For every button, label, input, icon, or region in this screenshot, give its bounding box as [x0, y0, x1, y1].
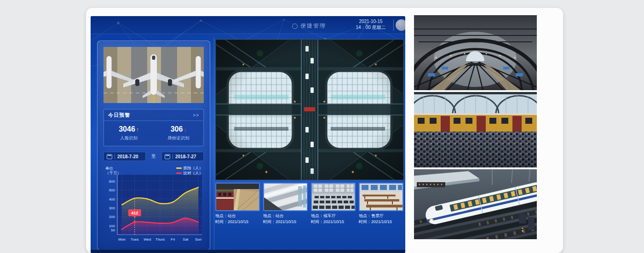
feed-time: 时间：2021/10/15 [311, 219, 356, 225]
stat-value: 3046 [119, 125, 135, 133]
trend-chart: 单位 （千万） 抓拍（人）比对（人） 600500400300200100504… [104, 166, 204, 247]
svg-text:Fri: Fri [171, 237, 175, 242]
legend-item: 比对（人） [176, 171, 203, 176]
svg-text:Wed: Wed [144, 237, 151, 242]
svg-text:400: 400 [109, 197, 115, 201]
camera-feed-3-image [311, 183, 356, 211]
svg-text:Mon: Mon [118, 237, 126, 242]
start-date-picker[interactable]: 2018-7-20 [104, 152, 146, 161]
camera-feed-2[interactable]: 地点：站台 时间：2021/10/15 [263, 183, 308, 225]
end-date-picker[interactable]: 2018-7-27 [161, 152, 204, 161]
svg-text:300: 300 [109, 206, 115, 210]
end-date-value: 2018-7-27 [175, 154, 196, 159]
camera-feed-1-image [215, 183, 260, 211]
stat-label: 身份证识别 [154, 135, 203, 141]
camera-feed-3[interactable]: 地点：候车厅 时间：2021/10/15 [311, 183, 356, 225]
gallery-photo-bullet-train [414, 169, 537, 239]
datebox-divider [172, 154, 173, 159]
legend-swatch [176, 172, 182, 174]
feed-time: 时间：2021/10/15 [359, 219, 403, 225]
legend-label: 比对（人） [184, 171, 203, 176]
camera-thumbnails: 地点：站台 时间：2021/10/15 [215, 183, 405, 225]
chart-unit-label: 单位 （千万） [105, 166, 121, 175]
down-arrow-icon: ↓ [184, 126, 186, 133]
feed-location: 地点：候车厅 [311, 213, 356, 219]
calendar-icon [107, 154, 112, 159]
feed-time: 时间：2021/10/15 [263, 219, 308, 225]
header-bar: 便捷管理 2021-10-15 14：00 星期二 [91, 16, 405, 34]
svg-text:100: 100 [109, 224, 115, 228]
legend-item: 抓拍（人） [176, 166, 203, 171]
alert-more-link[interactable]: >> [193, 113, 199, 118]
feed-location: 地点：站台 [215, 213, 260, 219]
datebox-divider [115, 154, 115, 159]
main-camera-view[interactable] [215, 39, 404, 180]
chart-legend: 抓拍（人）比对（人） [176, 166, 203, 176]
svg-text:Sat: Sat [183, 237, 189, 242]
stat-id-recognition: 306↓ 身份证识别 [154, 125, 203, 141]
feed-time: 时间：2021/10/15 [215, 219, 260, 225]
gallery-photo-station-hall [414, 15, 537, 90]
stat-label: 人脸识别 [104, 135, 154, 141]
legend-swatch [176, 167, 182, 169]
calendar-icon [165, 154, 170, 159]
app-title-text: 便捷管理 [300, 22, 326, 30]
camera-feed-4[interactable]: 地点：售票厅 时间：2021/10/15 [359, 183, 403, 225]
today-alert-card: 今日预警 >> 3046↑ 人脸识别 306↓ 身份证识别 [104, 109, 204, 146]
svg-text:412: 412 [131, 211, 138, 215]
page-background: 便捷管理 2021-10-15 14：00 星期二 [0, 0, 644, 253]
header-datetime: 2021-10-15 14：00 星期二 [352, 18, 390, 30]
user-avatar[interactable] [396, 19, 405, 31]
camera-feed-4-image [359, 183, 403, 211]
stat-value: 306 [171, 125, 183, 133]
content-card: 便捷管理 2021-10-15 14：00 星期二 [86, 8, 563, 253]
left-panel: 今日预警 >> 3046↑ 人脸识别 306↓ 身份证识别 [97, 40, 210, 251]
chart-canvas: 60050040030020010050412MonTuesWedThursFr… [104, 166, 204, 247]
svg-text:600: 600 [109, 179, 115, 184]
header-divider [393, 19, 394, 31]
camera-feed-1[interactable]: 地点：站台 时间：2021/10/15 [215, 183, 260, 225]
app-logo-icon [292, 23, 298, 29]
dashboard-panel: 便捷管理 2021-10-15 14：00 星期二 [91, 16, 405, 253]
svg-text:500: 500 [109, 188, 115, 192]
feed-location: 地点：售票厅 [359, 213, 403, 219]
up-arrow-icon: ↑ [136, 126, 139, 133]
svg-text:50: 50 [111, 228, 115, 232]
app-title: 便捷管理 [292, 22, 326, 30]
feed-location: 地点：站台 [263, 213, 308, 219]
stat-face-recognition: 3046↑ 人脸识别 [104, 125, 154, 141]
svg-text:Sun: Sun [195, 237, 201, 242]
svg-text:200: 200 [109, 215, 115, 219]
svg-text:Thurs: Thurs [155, 237, 165, 242]
header-date: 2021-10-15 [352, 18, 390, 24]
airport-photo [104, 47, 204, 103]
svg-text:Tues: Tues [131, 237, 139, 242]
camera-feed-2-image [263, 183, 308, 211]
dashboard-footer [91, 250, 405, 253]
column-divider [214, 37, 214, 250]
alert-title: 今日预警 [108, 112, 130, 119]
start-date-value: 2018-7-20 [117, 154, 138, 159]
header-time: 14：00 星期二 [352, 24, 390, 30]
date-range-separator: 至 [151, 153, 156, 160]
gallery-photo-crowded-platform [414, 92, 537, 167]
date-range-row: 2018-7-20 至 2018-7-27 [104, 152, 204, 161]
